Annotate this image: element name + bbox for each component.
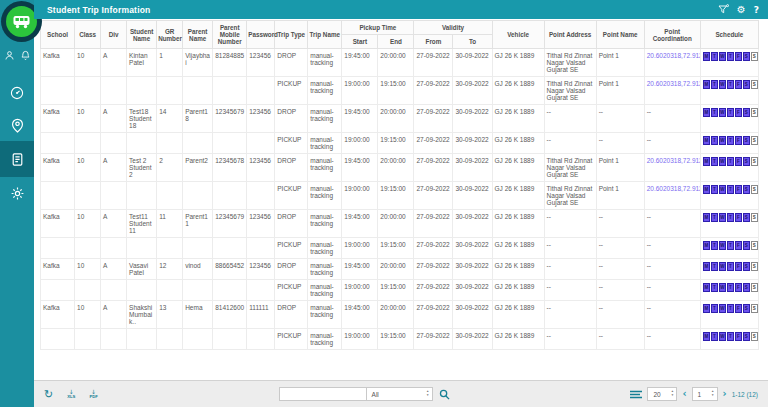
cell-from: 27-09-2022 xyxy=(414,301,453,329)
cell-trip-type: DROP xyxy=(275,49,308,77)
cell-end: 20:00:00 xyxy=(378,301,414,329)
refresh-icon[interactable]: ↻ xyxy=(44,389,53,400)
sidebar xyxy=(0,0,34,407)
schedule-day-chip: S xyxy=(751,213,758,222)
schedule-day-chip: T xyxy=(727,185,734,194)
cell-point-address: Tithal Rd Zinnat Nagar Valsad Gujarat SE xyxy=(544,49,596,77)
table-row: Kafka10AVasavi Patel12vinod8866545212345… xyxy=(41,259,759,280)
sidebar-item-settings[interactable] xyxy=(0,177,34,209)
table-row: PICKUPmanual-tracking19:00:0019:15:0027-… xyxy=(41,280,759,301)
cell-vehicle: GJ 26 K 1889 xyxy=(492,49,544,77)
cell-trip-name: manual-tracking xyxy=(308,77,342,105)
schedule-day-chip: W xyxy=(719,108,726,117)
cell-parent-name: Parent11 xyxy=(183,210,213,238)
cell-class: 10 xyxy=(75,259,101,280)
cell-trip-name: manual-tracking xyxy=(308,49,342,77)
cell-to: 30-09-2022 xyxy=(453,77,492,105)
schedule-day-chip: M xyxy=(703,80,710,89)
col-header-trip-type: Trip Type xyxy=(275,21,308,49)
cell-point-name: -- xyxy=(596,280,644,301)
help-icon[interactable]: ? xyxy=(754,5,759,15)
cell-div xyxy=(101,238,127,259)
schedule-day-chip: W xyxy=(719,213,726,222)
schedule-day-chip: T xyxy=(711,241,718,250)
sidebar-item-trip-report[interactable] xyxy=(0,141,34,177)
point-coordination-link[interactable]: 20.6020318,72.9123... xyxy=(647,52,701,59)
cell-class xyxy=(75,238,101,259)
schedule-day-chip: M xyxy=(703,213,710,222)
previous-page-icon[interactable]: ‹ xyxy=(682,389,686,399)
filter-icon[interactable] xyxy=(718,4,729,15)
schedule-day-chip: W xyxy=(719,241,726,250)
cell-student-name: Shakshi Mumbaik.. xyxy=(127,301,157,329)
cell-class xyxy=(75,77,101,105)
gear-icon[interactable]: ⚙ xyxy=(737,5,746,15)
cell-parent-mobile: 88665452 xyxy=(213,259,247,280)
schedule-day-chip: M xyxy=(703,283,710,292)
cell-start: 19:00:00 xyxy=(342,280,378,301)
schedule-day-chip: S xyxy=(751,136,758,145)
schedule-day-chip: T xyxy=(727,332,734,341)
cell-parent-name xyxy=(183,329,213,350)
cell-gr-number xyxy=(157,182,183,210)
cell-password xyxy=(247,182,275,210)
sidebar-item-dashboard[interactable] xyxy=(0,77,34,109)
cell-trip-type: DROP xyxy=(275,210,308,238)
export-xls-label: XLS xyxy=(67,395,75,399)
cell-point-coordination: -- xyxy=(644,238,700,259)
cell-trip-type: DROP xyxy=(275,154,308,182)
point-coordination-link[interactable]: 20.6020318,72.9123... xyxy=(647,185,701,192)
cell-to: 30-09-2022 xyxy=(453,280,492,301)
cell-trip-name: manual-tracking xyxy=(308,133,342,154)
page-size-select[interactable]: 20 ▴▾ xyxy=(647,387,677,401)
export-xls-button[interactable]: ↓ XLS xyxy=(67,389,75,399)
schedule-day-chip: T xyxy=(727,304,734,313)
search-input[interactable] xyxy=(279,387,367,401)
sidebar-item-tracking[interactable] xyxy=(0,109,34,141)
cell-schedule: MTWTFSS xyxy=(700,105,758,133)
schedule-day-chip: F xyxy=(735,157,742,166)
sidebar-item-notifications[interactable] xyxy=(20,50,31,61)
schedule-day-chip: S xyxy=(751,52,758,61)
schedule-day-chip: T xyxy=(727,80,734,89)
cell-parent-mobile: 81284885 xyxy=(213,49,247,77)
schedule-day-chip: F xyxy=(735,136,742,145)
cell-start: 19:45:00 xyxy=(342,210,378,238)
schedule-day-chip: T xyxy=(711,283,718,292)
document-icon xyxy=(10,152,25,167)
cell-from: 27-09-2022 xyxy=(414,259,453,280)
point-coordination-link[interactable]: 20.6020318,72.9123... xyxy=(647,157,701,164)
search-column-select[interactable]: All ▴▾ xyxy=(367,387,433,401)
next-page-icon[interactable]: › xyxy=(723,389,727,399)
schedule-day-chip: F xyxy=(735,108,742,117)
cell-parent-name xyxy=(183,182,213,210)
cell-point-coordination: -- xyxy=(644,280,700,301)
search-icon[interactable] xyxy=(439,389,450,400)
schedule-day-chip: S xyxy=(743,283,750,292)
sidebar-item-profile[interactable] xyxy=(4,50,15,61)
cell-to: 30-09-2022 xyxy=(453,154,492,182)
cell-point-coordination: -- xyxy=(644,259,700,280)
cell-trip-type: DROP xyxy=(275,301,308,329)
schedule-day-chip: M xyxy=(703,157,710,166)
page-number-select[interactable]: 1 ▴▾ xyxy=(692,387,718,401)
cell-point-name: -- xyxy=(596,105,644,133)
export-pdf-button[interactable]: ↓ PDF xyxy=(89,389,97,399)
cell-vehicle: GJ 26 K 1889 xyxy=(492,238,544,259)
schedule-day-chip: T xyxy=(711,108,718,117)
cell-schedule: MTWTFSS xyxy=(700,182,758,210)
cell-vehicle: GJ 26 K 1889 xyxy=(492,210,544,238)
cell-parent-name: Parent18 xyxy=(183,105,213,133)
col-header-end: End xyxy=(378,35,414,49)
schedule-day-chip: S xyxy=(751,262,758,271)
cell-parent-mobile: 81412600 xyxy=(213,301,247,329)
cell-end: 19:15:00 xyxy=(378,238,414,259)
schedule-day-chip: S xyxy=(743,241,750,250)
cell-trip-name: manual-tracking xyxy=(308,280,342,301)
point-coordination-link[interactable]: 20.6020318,72.9123... xyxy=(647,80,701,87)
schedule-day-chip: S xyxy=(751,80,758,89)
cell-password xyxy=(247,329,275,350)
col-header-schedule: Schedule xyxy=(700,21,758,49)
cell-school xyxy=(41,182,75,210)
cell-schedule: MTWTFSS xyxy=(700,210,758,238)
